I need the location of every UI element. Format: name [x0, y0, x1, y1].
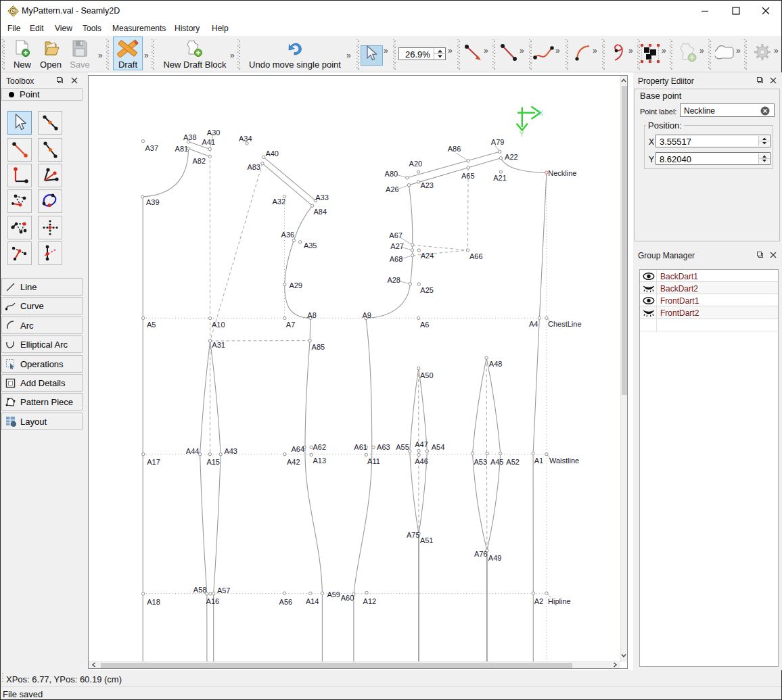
svg-text:A55: A55 [396, 443, 409, 451]
svg-text:A60: A60 [341, 594, 354, 602]
svg-text:A43: A43 [224, 447, 237, 455]
svg-text:A18: A18 [147, 598, 160, 606]
svg-text:A75: A75 [407, 531, 420, 539]
svg-text:A38: A38 [183, 133, 197, 141]
svg-text:A20: A20 [409, 160, 423, 168]
svg-text:A84: A84 [314, 208, 327, 216]
svg-text:A39: A39 [146, 198, 160, 206]
svg-text:A30: A30 [207, 129, 221, 137]
svg-text:A12: A12 [363, 597, 377, 605]
svg-text:A67: A67 [389, 231, 402, 239]
svg-text:A83: A83 [247, 163, 260, 171]
svg-text:A1: A1 [534, 457, 543, 465]
svg-text:A63: A63 [377, 443, 390, 451]
svg-text:A26: A26 [386, 185, 399, 193]
svg-text:A24: A24 [421, 252, 434, 260]
svg-text:A35: A35 [304, 241, 317, 250]
svg-text:A79: A79 [491, 138, 505, 146]
svg-text:A66: A66 [469, 252, 483, 260]
svg-text:A17: A17 [147, 458, 160, 466]
svg-text:A34: A34 [239, 135, 252, 143]
svg-text:A2: A2 [534, 597, 543, 605]
svg-text:A27: A27 [390, 242, 404, 250]
svg-text:A81: A81 [175, 145, 189, 153]
svg-text:A36: A36 [281, 231, 295, 239]
svg-text:A8: A8 [307, 311, 316, 319]
svg-text:A31: A31 [212, 341, 225, 349]
svg-text:A54: A54 [432, 443, 445, 451]
svg-text:Waistline: Waistline [549, 457, 579, 465]
svg-text:A9: A9 [363, 311, 371, 319]
svg-text:ChestLine: ChestLine [548, 320, 582, 328]
svg-text:A22: A22 [505, 153, 518, 161]
svg-text:A50: A50 [420, 371, 434, 379]
svg-text:A52: A52 [506, 458, 520, 466]
svg-text:A80: A80 [385, 170, 398, 178]
svg-text:A33: A33 [315, 193, 329, 202]
svg-text:A25: A25 [420, 286, 434, 294]
svg-text:A42: A42 [287, 458, 300, 466]
svg-text:A53: A53 [474, 458, 488, 466]
svg-text:A86: A86 [448, 145, 461, 153]
svg-text:A45: A45 [490, 458, 504, 466]
svg-text:Hipline: Hipline [548, 597, 571, 605]
svg-text:A10: A10 [212, 321, 225, 329]
svg-text:A40: A40 [265, 149, 279, 158]
svg-text:A23: A23 [420, 181, 434, 189]
svg-text:S: S [12, 8, 15, 15]
svg-text:A46: A46 [415, 457, 428, 465]
svg-text:A58: A58 [193, 586, 207, 594]
svg-text:A44: A44 [186, 447, 200, 455]
svg-text:X: X [538, 109, 544, 117]
svg-text:A51: A51 [420, 536, 434, 544]
svg-text:A82: A82 [193, 157, 206, 165]
svg-text:A14: A14 [306, 597, 319, 605]
svg-text:A32: A32 [273, 197, 286, 206]
svg-text:A61: A61 [354, 443, 367, 451]
svg-text:A56: A56 [279, 598, 293, 606]
svg-text:A49: A49 [488, 554, 502, 562]
svg-text:A59: A59 [327, 590, 340, 599]
svg-text:A15: A15 [206, 458, 220, 466]
svg-text:A28: A28 [387, 276, 400, 284]
svg-text:A37: A37 [145, 144, 159, 152]
svg-text:A5: A5 [147, 321, 156, 329]
svg-text:A57: A57 [217, 586, 231, 594]
svg-text:A85: A85 [312, 343, 325, 351]
svg-text:A64: A64 [292, 445, 305, 453]
svg-text:A11: A11 [367, 457, 380, 465]
svg-text:A76: A76 [474, 550, 488, 558]
svg-text:A6: A6 [420, 321, 429, 329]
svg-text:A29: A29 [289, 281, 302, 289]
svg-text:A68: A68 [390, 255, 403, 263]
svg-text:A13: A13 [313, 457, 327, 465]
svg-text:A41: A41 [202, 138, 216, 146]
svg-text:A65: A65 [461, 172, 475, 180]
svg-text:Y: Y [520, 130, 525, 138]
svg-text:A47: A47 [415, 440, 428, 448]
svg-text:A21: A21 [493, 174, 507, 182]
svg-text:Neckline: Neckline [548, 169, 576, 177]
svg-text:A7: A7 [286, 321, 295, 329]
svg-text:A62: A62 [313, 443, 327, 451]
svg-text:A48: A48 [489, 360, 503, 368]
svg-text:A4: A4 [529, 320, 538, 328]
svg-text:A16: A16 [206, 597, 220, 605]
